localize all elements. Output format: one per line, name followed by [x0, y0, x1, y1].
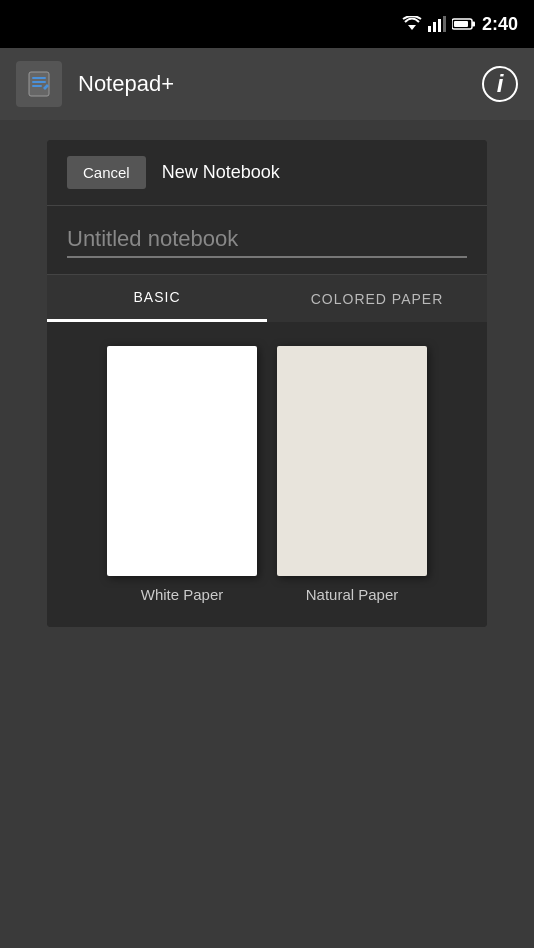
tab-colored-paper[interactable]: COLORED PAPER: [267, 275, 487, 322]
svg-rect-7: [454, 21, 468, 27]
app-icon: [16, 61, 62, 107]
dialog-tabs: BASIC COLORED PAPER: [47, 275, 487, 322]
status-icons: 2:40: [402, 14, 518, 35]
app-title: Notepad+: [78, 71, 174, 97]
input-area: [47, 206, 487, 275]
white-paper-label: White Paper: [141, 586, 224, 603]
app-bar: Notepad+ i: [0, 48, 534, 120]
battery-icon: [452, 17, 476, 31]
dialog-header: Cancel New Notebook: [47, 140, 487, 206]
app-bar-left: Notepad+: [16, 61, 174, 107]
natural-paper-label: Natural Paper: [306, 586, 399, 603]
svg-rect-1: [428, 26, 431, 32]
info-button[interactable]: i: [482, 66, 518, 102]
svg-rect-4: [443, 16, 446, 32]
natural-paper-thumbnail: [277, 346, 427, 576]
svg-rect-2: [433, 22, 436, 32]
signal-icon: [428, 16, 446, 32]
new-notebook-dialog: Cancel New Notebook BASIC COLORED PAPER: [47, 140, 487, 627]
background-content: Name Date Cancel New Notebook BASIC COLO…: [0, 120, 534, 948]
modal-overlay: Cancel New Notebook BASIC COLORED PAPER: [0, 120, 534, 948]
status-time: 2:40: [482, 14, 518, 35]
wifi-icon: [402, 16, 422, 32]
svg-rect-8: [29, 72, 49, 96]
cancel-button[interactable]: Cancel: [67, 156, 146, 189]
notebook-name-input[interactable]: [67, 222, 467, 258]
white-paper-thumbnail: [107, 346, 257, 576]
notepad-icon: [25, 70, 53, 98]
white-paper-option[interactable]: White Paper: [107, 346, 257, 603]
svg-marker-0: [408, 25, 416, 30]
paper-options: White Paper Natural Paper: [47, 322, 487, 627]
natural-paper-option[interactable]: Natural Paper: [277, 346, 427, 603]
svg-rect-6: [472, 22, 475, 27]
dialog-title: New Notebook: [162, 162, 280, 183]
tab-basic[interactable]: BASIC: [47, 275, 267, 322]
status-bar: 2:40: [0, 0, 534, 48]
svg-rect-3: [438, 19, 441, 32]
